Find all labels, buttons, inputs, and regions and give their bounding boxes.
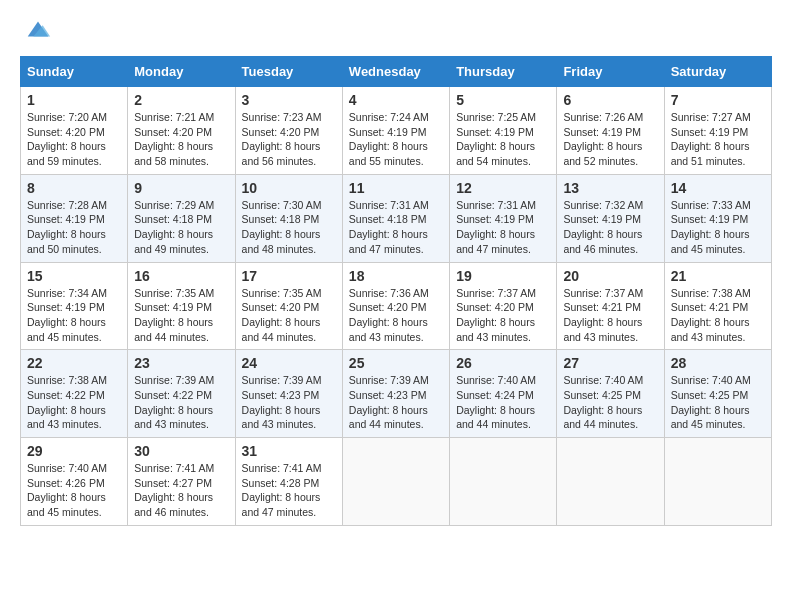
daylight-label: Daylight: 8 hours and 46 minutes.	[134, 491, 213, 518]
sunrise-label: Sunrise: 7:30 AM	[242, 199, 322, 211]
column-header-thursday: Thursday	[450, 57, 557, 87]
calendar-cell: 23 Sunrise: 7:39 AM Sunset: 4:22 PM Dayl…	[128, 350, 235, 438]
calendar-cell: 26 Sunrise: 7:40 AM Sunset: 4:24 PM Dayl…	[450, 350, 557, 438]
day-number: 9	[134, 180, 228, 196]
day-info: Sunrise: 7:27 AM Sunset: 4:19 PM Dayligh…	[671, 110, 765, 169]
daylight-label: Daylight: 8 hours and 43 minutes.	[563, 316, 642, 343]
day-number: 25	[349, 355, 443, 371]
calendar-cell: 28 Sunrise: 7:40 AM Sunset: 4:25 PM Dayl…	[664, 350, 771, 438]
calendar-cell: 27 Sunrise: 7:40 AM Sunset: 4:25 PM Dayl…	[557, 350, 664, 438]
day-number: 21	[671, 268, 765, 284]
day-info: Sunrise: 7:34 AM Sunset: 4:19 PM Dayligh…	[27, 286, 121, 345]
day-info: Sunrise: 7:41 AM Sunset: 4:28 PM Dayligh…	[242, 461, 336, 520]
daylight-label: Daylight: 8 hours and 44 minutes.	[456, 404, 535, 431]
sunrise-label: Sunrise: 7:29 AM	[134, 199, 214, 211]
sunrise-label: Sunrise: 7:36 AM	[349, 287, 429, 299]
sunrise-label: Sunrise: 7:25 AM	[456, 111, 536, 123]
sunset-label: Sunset: 4:19 PM	[671, 126, 749, 138]
daylight-label: Daylight: 8 hours and 50 minutes.	[27, 228, 106, 255]
daylight-label: Daylight: 8 hours and 46 minutes.	[563, 228, 642, 255]
sunset-label: Sunset: 4:19 PM	[134, 301, 212, 313]
calendar-cell	[342, 438, 449, 526]
sunset-label: Sunset: 4:28 PM	[242, 477, 320, 489]
sunset-label: Sunset: 4:27 PM	[134, 477, 212, 489]
daylight-label: Daylight: 8 hours and 48 minutes.	[242, 228, 321, 255]
calendar-cell: 30 Sunrise: 7:41 AM Sunset: 4:27 PM Dayl…	[128, 438, 235, 526]
sunset-label: Sunset: 4:20 PM	[456, 301, 534, 313]
logo-icon	[24, 16, 52, 44]
day-number: 28	[671, 355, 765, 371]
day-info: Sunrise: 7:35 AM Sunset: 4:19 PM Dayligh…	[134, 286, 228, 345]
sunrise-label: Sunrise: 7:40 AM	[456, 374, 536, 386]
day-number: 13	[563, 180, 657, 196]
logo	[20, 16, 52, 44]
daylight-label: Daylight: 8 hours and 47 minutes.	[349, 228, 428, 255]
daylight-label: Daylight: 8 hours and 43 minutes.	[456, 316, 535, 343]
calendar-table: SundayMondayTuesdayWednesdayThursdayFrid…	[20, 56, 772, 526]
calendar-cell: 6 Sunrise: 7:26 AM Sunset: 4:19 PM Dayli…	[557, 87, 664, 175]
sunrise-label: Sunrise: 7:35 AM	[242, 287, 322, 299]
sunset-label: Sunset: 4:18 PM	[242, 213, 320, 225]
calendar-cell	[557, 438, 664, 526]
sunset-label: Sunset: 4:25 PM	[563, 389, 641, 401]
day-number: 7	[671, 92, 765, 108]
calendar-cell	[450, 438, 557, 526]
sunrise-label: Sunrise: 7:40 AM	[563, 374, 643, 386]
calendar-week-3: 15 Sunrise: 7:34 AM Sunset: 4:19 PM Dayl…	[21, 262, 772, 350]
calendar-week-4: 22 Sunrise: 7:38 AM Sunset: 4:22 PM Dayl…	[21, 350, 772, 438]
sunrise-label: Sunrise: 7:37 AM	[456, 287, 536, 299]
calendar-cell: 21 Sunrise: 7:38 AM Sunset: 4:21 PM Dayl…	[664, 262, 771, 350]
day-info: Sunrise: 7:37 AM Sunset: 4:21 PM Dayligh…	[563, 286, 657, 345]
day-info: Sunrise: 7:31 AM Sunset: 4:18 PM Dayligh…	[349, 198, 443, 257]
daylight-label: Daylight: 8 hours and 44 minutes.	[134, 316, 213, 343]
day-info: Sunrise: 7:40 AM Sunset: 4:26 PM Dayligh…	[27, 461, 121, 520]
day-number: 22	[27, 355, 121, 371]
daylight-label: Daylight: 8 hours and 44 minutes.	[242, 316, 321, 343]
calendar-cell: 11 Sunrise: 7:31 AM Sunset: 4:18 PM Dayl…	[342, 174, 449, 262]
sunset-label: Sunset: 4:19 PM	[349, 126, 427, 138]
day-info: Sunrise: 7:26 AM Sunset: 4:19 PM Dayligh…	[563, 110, 657, 169]
daylight-label: Daylight: 8 hours and 45 minutes.	[671, 228, 750, 255]
sunset-label: Sunset: 4:20 PM	[242, 126, 320, 138]
day-number: 14	[671, 180, 765, 196]
column-header-wednesday: Wednesday	[342, 57, 449, 87]
day-info: Sunrise: 7:35 AM Sunset: 4:20 PM Dayligh…	[242, 286, 336, 345]
daylight-label: Daylight: 8 hours and 43 minutes.	[349, 316, 428, 343]
day-number: 30	[134, 443, 228, 459]
daylight-label: Daylight: 8 hours and 59 minutes.	[27, 140, 106, 167]
sunrise-label: Sunrise: 7:27 AM	[671, 111, 751, 123]
sunrise-label: Sunrise: 7:41 AM	[242, 462, 322, 474]
column-header-friday: Friday	[557, 57, 664, 87]
day-info: Sunrise: 7:38 AM Sunset: 4:22 PM Dayligh…	[27, 373, 121, 432]
sunrise-label: Sunrise: 7:20 AM	[27, 111, 107, 123]
calendar-cell: 7 Sunrise: 7:27 AM Sunset: 4:19 PM Dayli…	[664, 87, 771, 175]
column-header-sunday: Sunday	[21, 57, 128, 87]
column-header-saturday: Saturday	[664, 57, 771, 87]
sunset-label: Sunset: 4:21 PM	[563, 301, 641, 313]
day-info: Sunrise: 7:36 AM Sunset: 4:20 PM Dayligh…	[349, 286, 443, 345]
sunrise-label: Sunrise: 7:24 AM	[349, 111, 429, 123]
sunset-label: Sunset: 4:20 PM	[27, 126, 105, 138]
day-number: 24	[242, 355, 336, 371]
calendar-cell: 20 Sunrise: 7:37 AM Sunset: 4:21 PM Dayl…	[557, 262, 664, 350]
day-number: 17	[242, 268, 336, 284]
day-info: Sunrise: 7:33 AM Sunset: 4:19 PM Dayligh…	[671, 198, 765, 257]
calendar-cell: 24 Sunrise: 7:39 AM Sunset: 4:23 PM Dayl…	[235, 350, 342, 438]
day-info: Sunrise: 7:30 AM Sunset: 4:18 PM Dayligh…	[242, 198, 336, 257]
sunset-label: Sunset: 4:18 PM	[349, 213, 427, 225]
calendar-cell: 10 Sunrise: 7:30 AM Sunset: 4:18 PM Dayl…	[235, 174, 342, 262]
day-info: Sunrise: 7:23 AM Sunset: 4:20 PM Dayligh…	[242, 110, 336, 169]
sunrise-label: Sunrise: 7:34 AM	[27, 287, 107, 299]
sunset-label: Sunset: 4:23 PM	[349, 389, 427, 401]
sunrise-label: Sunrise: 7:38 AM	[671, 287, 751, 299]
sunrise-label: Sunrise: 7:40 AM	[27, 462, 107, 474]
sunrise-label: Sunrise: 7:41 AM	[134, 462, 214, 474]
daylight-label: Daylight: 8 hours and 43 minutes.	[671, 316, 750, 343]
calendar-cell: 1 Sunrise: 7:20 AM Sunset: 4:20 PM Dayli…	[21, 87, 128, 175]
sunrise-label: Sunrise: 7:31 AM	[456, 199, 536, 211]
sunrise-label: Sunrise: 7:31 AM	[349, 199, 429, 211]
page-header	[20, 16, 772, 44]
sunrise-label: Sunrise: 7:35 AM	[134, 287, 214, 299]
daylight-label: Daylight: 8 hours and 47 minutes.	[242, 491, 321, 518]
sunset-label: Sunset: 4:22 PM	[134, 389, 212, 401]
